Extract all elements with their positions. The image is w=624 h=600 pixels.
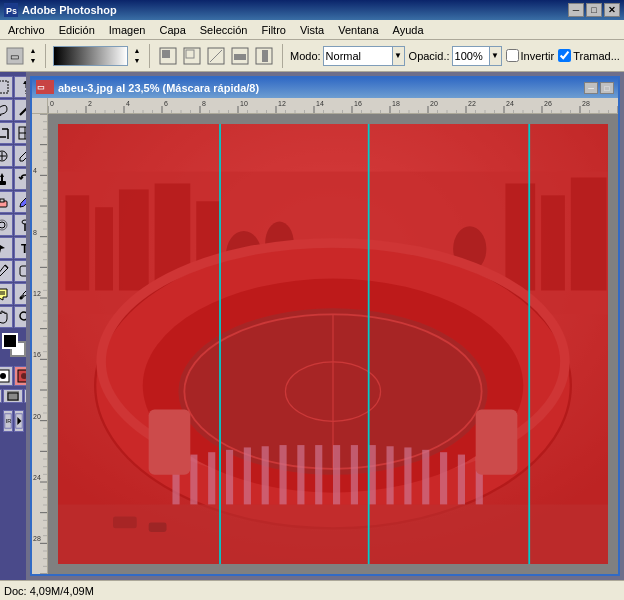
menu-edicion[interactable]: Edición (53, 22, 101, 38)
mode-value[interactable]: Normal (323, 46, 393, 66)
svg-rect-12 (262, 50, 268, 62)
svg-text:▭: ▭ (37, 83, 45, 92)
svg-text:12: 12 (33, 290, 41, 297)
clone-stamp-tool[interactable] (0, 168, 13, 190)
minimize-button[interactable]: ─ (568, 3, 584, 17)
jump-imageready-button[interactable] (14, 410, 24, 432)
svg-rect-13 (0, 81, 8, 93)
gradient-down-arrow[interactable]: ▼ (132, 56, 142, 66)
blend-icons-group (157, 45, 275, 67)
edit-imageready-button[interactable]: IR (3, 410, 13, 432)
zoom-tool[interactable] (14, 306, 27, 328)
slice-tool[interactable] (14, 122, 27, 144)
gradient-nav: ▲ ▼ (132, 46, 142, 66)
blend-icon-3[interactable] (205, 45, 227, 67)
hand-tool[interactable] (0, 306, 13, 328)
pen-tool[interactable] (0, 260, 13, 282)
crop-tool[interactable] (0, 122, 13, 144)
opacity-group: Opacid.: 100% ▼ (409, 46, 502, 66)
menu-vista[interactable]: Vista (294, 22, 330, 38)
svg-text:0: 0 (50, 100, 54, 107)
dodge-tool[interactable] (14, 214, 27, 236)
gradient-up-arrow[interactable]: ▲ (132, 46, 142, 56)
screen-mode-buttons (0, 389, 26, 403)
blend-icon-5[interactable] (253, 45, 275, 67)
menu-archivo[interactable]: Archivo (2, 22, 51, 38)
eraser-tool[interactable] (0, 191, 13, 213)
maximize-button[interactable]: □ (586, 3, 602, 17)
history-brush-tool[interactable] (14, 168, 27, 190)
tramar-label: Tramad... (573, 50, 620, 62)
healing-brush-tool[interactable] (0, 145, 13, 167)
menu-bar: Archivo Edición Imagen Capa Selección Fi… (0, 20, 624, 40)
eraser-tool-pair (0, 191, 26, 213)
menu-filtro[interactable]: Filtro (255, 22, 291, 38)
canvas-image[interactable] (58, 124, 608, 564)
svg-text:12: 12 (278, 100, 286, 107)
healing-tool-pair (0, 145, 26, 167)
rectangular-marquee-tool[interactable] (0, 76, 13, 98)
blend-icon-2[interactable] (181, 45, 203, 67)
notes-tool[interactable] (0, 283, 13, 305)
mode-dropdown-arrow[interactable]: ▼ (393, 46, 405, 66)
invert-checkbox-label[interactable]: Invertir (506, 49, 555, 62)
svg-rect-29 (0, 181, 6, 185)
opacity-label: Opacid.: (409, 50, 450, 62)
svg-text:IR: IR (5, 418, 11, 424)
svg-text:6: 6 (164, 100, 168, 107)
menu-ayuda[interactable]: Ayuda (387, 22, 430, 38)
gradient-preview[interactable] (53, 46, 128, 66)
tool-down-arrow[interactable]: ▼ (28, 56, 38, 66)
doc-maximize-button[interactable]: □ (600, 82, 614, 94)
blur-tool[interactable] (0, 214, 13, 236)
tool-up-arrow[interactable]: ▲ (28, 46, 38, 56)
tramar-checkbox[interactable] (558, 49, 571, 62)
status-bar: Doc: 4,09M/4,09M (0, 580, 624, 600)
menu-imagen[interactable]: Imagen (103, 22, 152, 38)
opacity-arrow[interactable]: ▼ (490, 46, 502, 66)
svg-text:16: 16 (354, 100, 362, 107)
color-swatches[interactable] (2, 333, 24, 363)
notes-tool-pair (0, 283, 26, 305)
move-tool[interactable] (14, 76, 27, 98)
svg-text:24: 24 (506, 100, 514, 107)
svg-point-33 (0, 220, 7, 230)
opacity-value[interactable]: 100% (452, 46, 490, 66)
svg-text:26: 26 (544, 100, 552, 107)
paint-bucket-tool[interactable] (14, 191, 27, 213)
svg-text:24: 24 (33, 474, 41, 481)
foreground-color-swatch[interactable] (2, 333, 18, 349)
toolbox: T (0, 72, 26, 580)
path-tool-pair: T (0, 237, 26, 259)
invert-checkbox[interactable] (506, 49, 519, 62)
quick-mask-button[interactable] (14, 366, 27, 386)
close-button[interactable]: ✕ (604, 3, 620, 17)
fullscreen-menu-button[interactable] (3, 389, 23, 403)
svg-text:8: 8 (33, 229, 37, 236)
doc-minimize-button[interactable]: ─ (584, 82, 598, 94)
blend-icon-4[interactable] (229, 45, 251, 67)
eyedropper-tool[interactable] (14, 283, 27, 305)
tramar-checkbox-label[interactable]: Tramad... (558, 49, 620, 62)
image-canvas[interactable] (48, 114, 618, 574)
svg-point-34 (0, 222, 5, 228)
normal-screen-button[interactable] (0, 389, 2, 403)
brush-tool[interactable] (14, 145, 27, 167)
mode-group: Modo: Normal ▼ (290, 46, 405, 66)
lasso-tool[interactable] (0, 99, 13, 121)
menu-seleccion[interactable]: Selección (194, 22, 254, 38)
path-selection-tool[interactable] (0, 237, 13, 259)
current-tool-display[interactable]: ▭ (4, 45, 26, 67)
pen-tool-pair (0, 260, 26, 282)
ruler-corner (32, 98, 48, 114)
canvas-area: ▭ abeu-3.jpg al 23,5% (Máscara rápida/8)… (26, 72, 624, 580)
menu-ventana[interactable]: Ventana (332, 22, 384, 38)
blend-icon-1[interactable] (157, 45, 179, 67)
menu-capa[interactable]: Capa (153, 22, 191, 38)
magic-wand-tool[interactable] (14, 99, 27, 121)
shape-tool[interactable] (14, 260, 27, 282)
type-tool[interactable]: T (14, 237, 27, 259)
standard-mode-button[interactable] (0, 366, 13, 386)
mode-label: Modo: (290, 50, 321, 62)
separator-2 (149, 44, 150, 68)
